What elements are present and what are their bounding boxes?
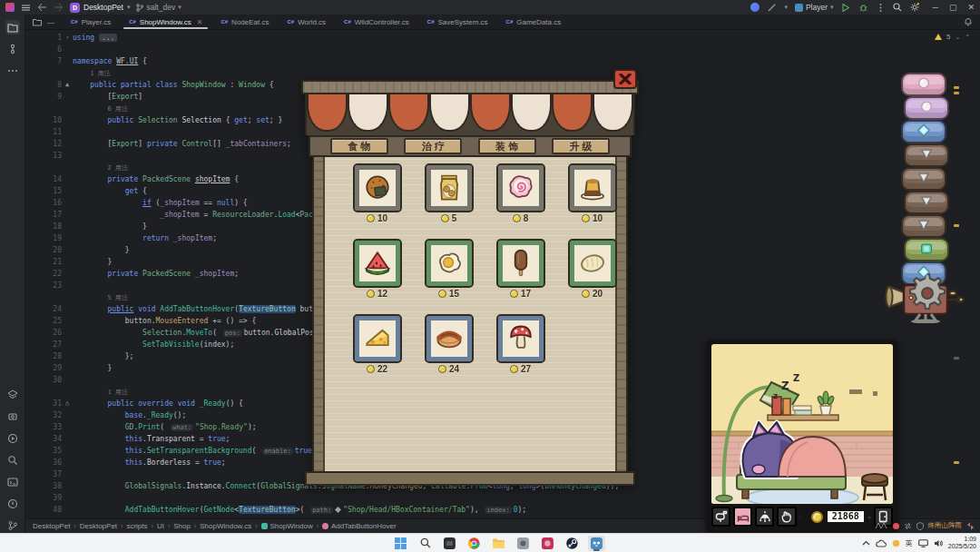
inspection-widget[interactable]: 5 ⌄ ⌃ — [935, 33, 970, 41]
forward-arrow-icon[interactable] — [54, 3, 64, 13]
build-icon[interactable] — [5, 409, 20, 424]
chest-gray[interactable] — [904, 143, 949, 167]
shop-tab-治疗[interactable]: 治疗 — [404, 138, 462, 154]
shop-item-hot-dog[interactable]: 24 — [413, 316, 485, 391]
shop-tab-装饰[interactable]: 装饰 — [478, 138, 536, 154]
implemented-marker-icon[interactable]: ▲ — [65, 82, 69, 88]
shop-tab-食物[interactable]: 食物 — [330, 138, 388, 154]
problems-icon[interactable] — [5, 497, 20, 511]
taskbar-start-icon[interactable] — [392, 536, 409, 551]
shield-icon[interactable] — [916, 522, 924, 530]
taskbar-folder-icon[interactable] — [490, 536, 507, 551]
tray-monitor-icon[interactable] — [918, 539, 928, 547]
breadcrumb-item[interactable]: DesktopPet — [33, 522, 70, 530]
hamburger-icon[interactable] — [21, 3, 31, 13]
taskbar-search-icon[interactable] — [416, 536, 434, 551]
layers-icon[interactable] — [5, 388, 20, 402]
play-icon[interactable] — [841, 3, 851, 13]
tab-Player.cs[interactable]: C#Player.cs — [62, 15, 120, 29]
tray-volume-icon[interactable] — [934, 539, 943, 547]
notification-red-dot-icon[interactable] — [893, 523, 899, 529]
chevron-up-icon[interactable]: ⌃ — [965, 34, 970, 41]
commits-icon[interactable] — [5, 42, 20, 56]
fold-chevron-icon[interactable]: › — [65, 34, 69, 41]
tray-cloud-icon[interactable] — [876, 539, 887, 547]
chest-teal[interactable] — [904, 238, 949, 261]
debug-icon[interactable] — [858, 3, 868, 13]
hide-panel-icon[interactable]: — — [47, 18, 54, 26]
breadcrumb-item[interactable]: DesktopPet — [80, 522, 117, 530]
breadcrumb-item[interactable]: ShopWindow.cs — [200, 522, 251, 530]
shop-item-popsicle[interactable]: 17 — [485, 241, 556, 316]
taskbar-gray-app-icon[interactable] — [514, 536, 532, 551]
pet-button-bed[interactable] — [733, 507, 752, 527]
tab-SaveSystem.cs[interactable]: C#SaveSystem.cs — [418, 15, 497, 29]
taskbar-godot-active-icon[interactable] — [588, 536, 605, 551]
search-icon[interactable] — [5, 453, 20, 468]
usages-inlay-hint[interactable]: 1 用法 — [90, 70, 110, 77]
usages-inlay-hint[interactable]: 6 用法 — [108, 105, 128, 113]
breadcrumb-item[interactable]: Shop — [173, 522, 191, 530]
pet-button-wash[interactable] — [777, 507, 796, 527]
chest-pearl[interactable] — [901, 73, 946, 96]
project-tool-icon[interactable] — [33, 18, 42, 26]
swap-icon[interactable] — [904, 522, 912, 530]
shop-item-narutomaki[interactable]: 8 — [485, 165, 556, 241]
tab-WildController.cs[interactable]: C#WildController.cs — [335, 15, 418, 29]
shop-item-rice-cracker[interactable]: 10 — [341, 165, 413, 241]
shop-item-bread[interactable]: 20 — [556, 241, 628, 316]
git-branch-icon[interactable] — [5, 518, 20, 533]
run-config-selector[interactable]: Player ▾ — [795, 3, 834, 12]
tab-World.cs[interactable]: C#World.cs — [278, 15, 335, 29]
shop-item-snack-bag[interactable]: 5 — [413, 165, 485, 241]
pet-button-mailbox[interactable] — [711, 507, 730, 527]
shop-item-watermelon[interactable]: 12 — [341, 241, 413, 316]
project-icon[interactable] — [5, 20, 20, 34]
chevron-down-icon[interactable]: ▾ — [784, 4, 788, 11]
ime-indicator[interactable]: 英 — [906, 538, 913, 548]
chest-gray[interactable] — [904, 191, 949, 214]
usages-inlay-hint[interactable]: 1 用法 — [108, 389, 128, 396]
search-icon[interactable] — [893, 3, 903, 13]
minimize-button[interactable]: ─ — [933, 3, 938, 12]
taskbar-steam-icon[interactable] — [564, 536, 581, 551]
avatar[interactable] — [750, 3, 760, 12]
pet-button-chandelier[interactable] — [755, 507, 774, 527]
terminal-icon[interactable] — [5, 475, 20, 489]
chest-pearl[interactable] — [904, 96, 949, 120]
shop-item-pudding[interactable]: 10 — [556, 165, 628, 241]
gear-icon[interactable] — [910, 3, 920, 13]
breadcrumb-item[interactable]: AddTabButtonHover — [322, 522, 397, 530]
tab-ShopWindow.cs[interactable]: C#ShopWindow.cs✕ — [120, 15, 211, 29]
status-weather-text[interactable]: 终南山阵雨 — [928, 521, 963, 530]
maximize-button[interactable]: ▢ — [949, 3, 957, 12]
more-icon[interactable] — [876, 3, 886, 13]
chest-gray[interactable] — [901, 214, 946, 238]
more-icon[interactable] — [5, 64, 20, 78]
notifications-bell-icon[interactable] — [964, 15, 980, 29]
breadcrumb-item[interactable]: scripts — [126, 522, 147, 530]
project-selector[interactable]: D DesktopPet ▾ — [70, 3, 130, 13]
close-button[interactable]: ✕ — [967, 3, 975, 12]
taskbar-dark-app-icon[interactable] — [441, 536, 458, 551]
tab-NodeEat.cs[interactable]: C#NodeEat.cs — [211, 15, 278, 29]
usages-inlay-hint[interactable]: 2 用法 — [108, 164, 128, 172]
chest-diamond[interactable] — [901, 120, 946, 143]
tray-amber-dot-icon[interactable] — [892, 539, 900, 547]
transfer-icon[interactable] — [966, 522, 975, 530]
taskbar-clock[interactable]: 1:09 2025/5/20 — [948, 536, 976, 550]
shop-item-fried-egg[interactable]: 15 — [413, 241, 485, 316]
chest-gray[interactable] — [901, 167, 946, 191]
tab-close-icon[interactable]: ✕ — [197, 18, 203, 26]
chevron-down-icon[interactable]: ⌄ — [955, 34, 960, 41]
overrides-marker-icon[interactable]: △ — [65, 400, 69, 407]
breadcrumb-item[interactable]: UI — [157, 522, 164, 530]
shop-item-cheese[interactable]: 22 — [341, 316, 413, 391]
taskbar-photos-icon[interactable] — [539, 536, 556, 551]
shop-close-button[interactable] — [613, 69, 637, 89]
shop-tab-升级[interactable]: 升级 — [552, 138, 610, 154]
wand-icon[interactable] — [767, 3, 777, 13]
run-circle-icon[interactable] — [5, 431, 20, 446]
tab-GameData.cs[interactable]: C#GameData.cs — [497, 15, 571, 29]
taskbar-chrome-icon[interactable] — [466, 536, 483, 551]
